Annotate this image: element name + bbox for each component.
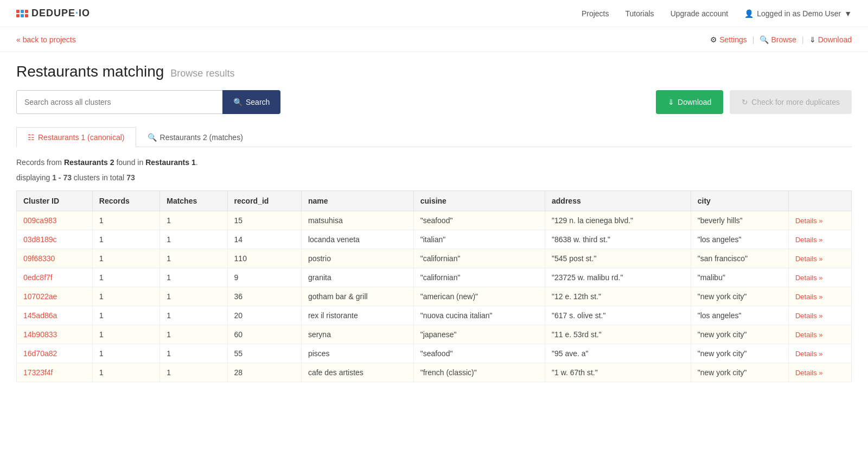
details-link[interactable]: Details » — [795, 293, 823, 301]
details-link[interactable]: Details » — [795, 331, 823, 339]
col-records: Records — [92, 191, 159, 211]
tab-canonical[interactable]: ☷ Restaurants 1 (canonical) — [16, 127, 136, 147]
cluster-id-link[interactable]: 17323f4f — [23, 368, 53, 377]
table-row: 09f68330 1 1 110 postrio "californian" "… — [17, 249, 852, 268]
cell-cluster-id: 16d70a82 — [17, 344, 93, 363]
table-row: 107022ae 1 1 36 gotham bar & grill "amer… — [17, 287, 852, 306]
cell-name: cafe des artistes — [301, 363, 413, 382]
download-icon: ⇓ — [668, 98, 674, 106]
cell-city: "los angeles" — [691, 230, 788, 249]
cell-record-id: 36 — [227, 287, 301, 306]
cluster-id-link[interactable]: 09f68330 — [23, 254, 55, 263]
check-duplicates-button[interactable]: ↻ Check for more duplicates — [730, 90, 852, 114]
back-link[interactable]: « back to projects — [16, 35, 76, 44]
browse-link[interactable]: Browse — [771, 35, 796, 44]
cell-details: Details » — [788, 287, 851, 306]
display-range: 1 - 73 — [52, 173, 72, 182]
cell-address: "12 e. 12th st." — [545, 287, 691, 306]
tabs: ☷ Restaurants 1 (canonical) 🔍 Restaurant… — [16, 127, 852, 147]
download-label: Download — [678, 98, 711, 106]
cell-name: locanda veneta — [301, 230, 413, 249]
cluster-id-link[interactable]: 0edc8f7f — [23, 273, 53, 282]
tab-canonical-label: Restaurants 1 (canonical) — [38, 133, 125, 142]
cluster-id-link[interactable]: 03d8189c — [23, 235, 57, 244]
cluster-id-link[interactable]: 14b90833 — [23, 330, 57, 339]
table-row: 14b90833 1 1 60 seryna "japanese" "11 e.… — [17, 325, 852, 344]
cell-matches: 1 — [160, 306, 227, 325]
search-right: ⇓ Download ↻ Check for more duplicates — [656, 90, 852, 114]
cell-details: Details » — [788, 230, 851, 249]
details-link[interactable]: Details » — [795, 369, 823, 377]
details-link[interactable]: Details » — [795, 217, 823, 225]
cluster-id-link[interactable]: 145ad86a — [23, 311, 57, 320]
search-button[interactable]: 🔍 Search — [222, 90, 280, 114]
details-link[interactable]: Details » — [795, 312, 823, 320]
desc-mid: found in — [114, 158, 146, 167]
details-link[interactable]: Details » — [795, 274, 823, 282]
cell-name: pisces — [301, 344, 413, 363]
cell-cluster-id: 09f68330 — [17, 249, 93, 268]
cell-cluster-id: 14b90833 — [17, 325, 93, 344]
cell-cluster-id: 0edc8f7f — [17, 268, 93, 287]
cell-records: 1 — [92, 230, 159, 249]
cell-records: 1 — [92, 287, 159, 306]
search-left: 🔍 Search — [16, 90, 280, 114]
nav-projects[interactable]: Projects — [582, 9, 609, 18]
col-matches: Matches — [160, 191, 227, 211]
cell-records: 1 — [92, 325, 159, 344]
cell-cuisine: "japanese" — [413, 325, 545, 344]
details-link[interactable]: Details » — [795, 255, 823, 263]
nav-upgrade[interactable]: Upgrade account — [671, 9, 729, 18]
desc-target: Restaurants 1 — [145, 158, 196, 167]
search-row: 🔍 Search ⇓ Download ↻ Check for more dup… — [16, 90, 852, 114]
cell-cuisine: "nuova cucina italian" — [413, 306, 545, 325]
tab-matches[interactable]: 🔍 Restaurants 2 (matches) — [136, 127, 254, 147]
page-subtitle: Browse results — [170, 68, 234, 79]
cell-records: 1 — [92, 249, 159, 268]
cell-cluster-id: 17323f4f — [17, 363, 93, 382]
cluster-id-link[interactable]: 16d70a82 — [23, 349, 57, 358]
col-name: name — [301, 191, 413, 211]
table-row: 17323f4f 1 1 28 cafe des artistes "frenc… — [17, 363, 852, 382]
cell-name: granita — [301, 268, 413, 287]
cell-cluster-id: 009ca983 — [17, 211, 93, 230]
cell-record-id: 110 — [227, 249, 301, 268]
cell-record-id: 28 — [227, 363, 301, 382]
desc-suffix: . — [196, 158, 198, 167]
download-button[interactable]: ⇓ Download — [656, 90, 723, 114]
download-sub-link[interactable]: Download — [818, 35, 852, 44]
tab-matches-icon: 🔍 — [148, 133, 157, 142]
table-row: 145ad86a 1 1 20 rex il ristorante "nuova… — [17, 306, 852, 325]
page-title: Restaurants matching — [16, 63, 164, 80]
cell-record-id: 9 — [227, 268, 301, 287]
cell-address: "8638 w. third st." — [545, 230, 691, 249]
user-dropdown-icon[interactable]: ▼ — [844, 9, 852, 18]
main-content: Restaurants matching Browse results 🔍 Se… — [0, 52, 868, 393]
cell-address: "617 s. olive st." — [545, 306, 691, 325]
desc-prefix: Records from — [16, 158, 64, 167]
description: Records from Restaurants 2 found in Rest… — [16, 158, 852, 167]
nav-tutorials[interactable]: Tutorials — [625, 9, 654, 18]
cell-city: "new york city" — [691, 325, 788, 344]
cluster-id-link[interactable]: 009ca983 — [23, 216, 57, 225]
cell-matches: 1 — [160, 325, 227, 344]
settings-link[interactable]: Settings — [719, 35, 747, 44]
cell-record-id: 20 — [227, 306, 301, 325]
cell-city: "new york city" — [691, 344, 788, 363]
cluster-id-link[interactable]: 107022ae — [23, 292, 57, 301]
search-input[interactable] — [16, 90, 222, 114]
display-info: displaying 1 - 73 clusters in total 73 — [16, 173, 852, 182]
cell-city: "beverly hills" — [691, 211, 788, 230]
cell-address: "23725 w. malibu rd." — [545, 268, 691, 287]
col-address: address — [545, 191, 691, 211]
cell-name: postrio — [301, 249, 413, 268]
cell-address: "1 w. 67th st." — [545, 363, 691, 382]
cell-details: Details » — [788, 268, 851, 287]
table-row: 03d8189c 1 1 14 locanda veneta "italian"… — [17, 230, 852, 249]
cell-records: 1 — [92, 363, 159, 382]
cell-details: Details » — [788, 249, 851, 268]
details-link[interactable]: Details » — [795, 236, 823, 244]
cell-cluster-id: 107022ae — [17, 287, 93, 306]
display-text: displaying — [16, 173, 52, 182]
details-link[interactable]: Details » — [795, 350, 823, 358]
